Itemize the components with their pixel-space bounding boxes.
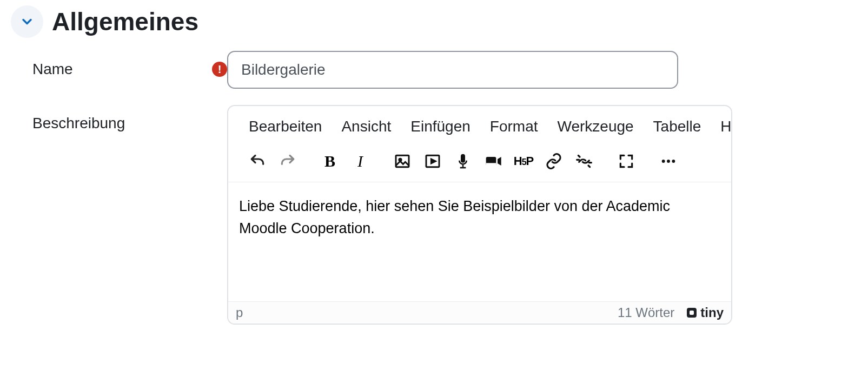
- name-input[interactable]: [227, 51, 678, 89]
- menu-format[interactable]: Format: [490, 118, 538, 135]
- collapse-toggle[interactable]: [11, 5, 43, 38]
- svg-rect-18: [690, 311, 694, 315]
- editor-toolbar: B I: [228, 143, 731, 182]
- video-camera-icon: [485, 153, 502, 170]
- tiny-branding[interactable]: tiny: [685, 305, 724, 320]
- description-label: Beschreibung: [32, 115, 227, 132]
- unlink-button[interactable]: [571, 148, 597, 174]
- svg-point-14: [662, 160, 665, 163]
- italic-button[interactable]: I: [347, 148, 373, 174]
- h5p-icon: H5P: [514, 154, 533, 168]
- link-icon: [545, 153, 562, 170]
- italic-icon: I: [357, 152, 363, 170]
- more-button[interactable]: [655, 148, 681, 174]
- video-button[interactable]: [480, 148, 506, 174]
- rich-text-editor: Bearbeiten Ansicht Einfügen Format Werkz…: [227, 105, 732, 325]
- menu-help[interactable]: Hilfe: [720, 118, 732, 135]
- editor-statusbar: p 11 Wörter tiny: [228, 301, 731, 324]
- menu-edit[interactable]: Bearbeiten: [249, 118, 322, 135]
- chevron-down-icon: [19, 14, 35, 29]
- editor-content-area[interactable]: Liebe Studierende, hier sehen Sie Beispi…: [228, 182, 731, 301]
- svg-rect-9: [486, 163, 496, 166]
- image-button[interactable]: [389, 148, 415, 174]
- menu-tools[interactable]: Werkzeuge: [558, 118, 634, 135]
- bold-button[interactable]: B: [317, 148, 343, 174]
- menu-insert[interactable]: Einfügen: [410, 118, 471, 135]
- undo-button[interactable]: [244, 148, 270, 174]
- fullscreen-icon: [618, 153, 635, 170]
- menu-table[interactable]: Tabelle: [653, 118, 701, 135]
- more-icon: [660, 153, 677, 170]
- element-path[interactable]: p: [236, 305, 243, 320]
- fullscreen-button[interactable]: [613, 148, 639, 174]
- svg-marker-3: [431, 159, 435, 163]
- image-icon: [394, 153, 411, 170]
- svg-rect-0: [396, 155, 409, 167]
- word-count[interactable]: 11 Wörter: [618, 305, 674, 320]
- section-title: Allgemeines: [52, 7, 198, 36]
- media-button[interactable]: [420, 148, 446, 174]
- name-label: Name: [32, 61, 204, 78]
- undo-icon: [249, 153, 266, 170]
- required-icon: !: [212, 62, 227, 77]
- bold-icon: B: [324, 152, 335, 170]
- menu-view[interactable]: Ansicht: [341, 118, 391, 135]
- svg-line-10: [578, 155, 580, 157]
- svg-point-15: [667, 160, 670, 163]
- microphone-icon: [454, 153, 472, 170]
- svg-rect-5: [460, 167, 466, 169]
- unlink-icon: [575, 153, 593, 170]
- media-icon: [424, 153, 441, 170]
- svg-marker-7: [498, 157, 501, 166]
- svg-point-16: [672, 160, 675, 163]
- redo-icon: [279, 153, 296, 170]
- tiny-logo-icon: [685, 306, 698, 319]
- redo-button[interactable]: [275, 148, 301, 174]
- link-button[interactable]: [541, 148, 567, 174]
- svg-line-11: [588, 166, 590, 167]
- h5p-button[interactable]: H5P: [511, 148, 536, 174]
- editor-menubar: Bearbeiten Ansicht Einfügen Format Werkz…: [228, 106, 731, 143]
- audio-button[interactable]: [450, 148, 476, 174]
- svg-rect-4: [462, 165, 464, 167]
